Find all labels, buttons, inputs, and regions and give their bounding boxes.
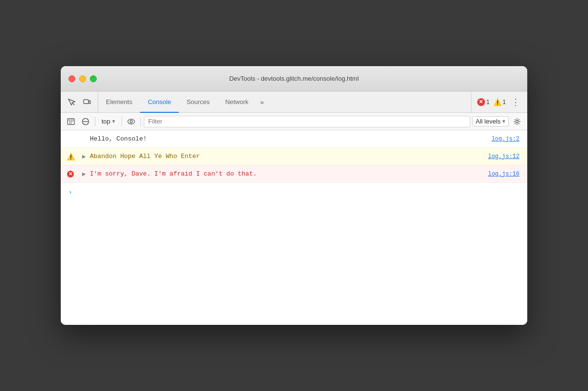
row-icon-area-error: ✕ <box>61 171 80 178</box>
svg-point-10 <box>516 120 519 123</box>
console-toolbar: top ▾ All levels ▾ <box>61 113 527 130</box>
svg-rect-0 <box>84 100 88 104</box>
warning-badge: ⚠️ 1 <box>493 98 506 106</box>
row-message-error: I'm sorry, Dave. I'm afraid I can't do t… <box>88 170 488 178</box>
console-row-error: ✕ ▶ I'm sorry, Dave. I'm afraid I can't … <box>61 165 527 183</box>
tab-console[interactable]: Console <box>140 92 179 113</box>
maximize-button[interactable] <box>90 75 97 82</box>
svg-rect-1 <box>89 101 90 104</box>
error-row-icon: ✕ <box>67 171 74 178</box>
no-entry-button[interactable] <box>79 115 92 128</box>
row-source-warning[interactable]: log.js:12 <box>488 153 527 160</box>
console-row-info: Hello, Console! log.js:2 <box>61 130 527 148</box>
clear-console-button[interactable] <box>65 115 77 128</box>
traffic-lights <box>69 75 97 82</box>
warning-icon: ⚠️ <box>493 98 501 106</box>
close-button[interactable] <box>69 75 75 82</box>
svg-point-9 <box>130 120 133 123</box>
console-input-row: › <box>61 183 527 200</box>
more-menu-button[interactable]: ⋮ <box>510 96 521 108</box>
title-bar: DevTools - devtools.glitch.me/console/lo… <box>61 66 527 91</box>
chevron-down-icon: ▾ <box>112 118 115 124</box>
console-output: Hello, Console! log.js:2 ⚠️ ▶ Abandon Ho… <box>61 130 527 325</box>
console-row-warning: ⚠️ ▶ Abandon Hope All Ye Who Enter log.j… <box>61 148 527 165</box>
devtools-window: DevTools - devtools.glitch.me/console/lo… <box>61 66 527 325</box>
tab-network[interactable]: Network <box>218 92 257 113</box>
warning-row-icon: ⚠️ <box>67 153 75 160</box>
row-expand-error[interactable]: ▶ <box>80 171 88 177</box>
row-source-error[interactable]: log.js:16 <box>488 171 527 178</box>
context-label: top <box>102 118 110 125</box>
console-settings-button[interactable] <box>511 115 523 128</box>
error-icon: ✕ <box>477 98 485 106</box>
inspect-element-button[interactable] <box>65 95 78 109</box>
row-message-info: Hello, Console! <box>88 135 491 142</box>
toolbar-divider-2 <box>121 117 122 126</box>
error-badge: ✕ 1 <box>477 98 490 106</box>
eye-button[interactable] <box>125 115 138 128</box>
prompt-icon: › <box>61 188 80 196</box>
filter-input[interactable] <box>144 116 470 127</box>
window-title: DevTools - devtools.glitch.me/console/lo… <box>229 75 359 82</box>
toolbar-left <box>61 91 98 112</box>
row-message-warning: Abandon Hope All Ye Who Enter <box>88 153 488 160</box>
svg-point-8 <box>128 119 135 124</box>
row-icon-area-warning: ⚠️ <box>61 153 80 160</box>
toolbar-divider <box>95 117 95 126</box>
console-input[interactable] <box>80 188 527 196</box>
minimize-button[interactable] <box>79 75 86 82</box>
device-toggle-button[interactable] <box>80 95 94 109</box>
toolbar-right: ✕ 1 ⚠️ 1 ⋮ <box>471 91 527 112</box>
levels-chevron-icon: ▾ <box>502 118 505 124</box>
tab-sources[interactable]: Sources <box>179 92 218 113</box>
toolbar-divider-3 <box>140 117 141 126</box>
row-source-info[interactable]: log.js:2 <box>491 136 527 142</box>
row-expand-warning[interactable]: ▶ <box>80 154 88 159</box>
devtools-toolbar: Elements Console Sources Network » ✕ 1 ⚠… <box>61 91 527 113</box>
tabs: Elements Console Sources Network » <box>98 91 471 112</box>
tab-more[interactable]: » <box>256 92 268 113</box>
tab-elements[interactable]: Elements <box>98 92 140 113</box>
levels-select[interactable]: All levels ▾ <box>472 116 509 126</box>
context-select-wrapper[interactable]: top ▾ <box>98 116 119 126</box>
